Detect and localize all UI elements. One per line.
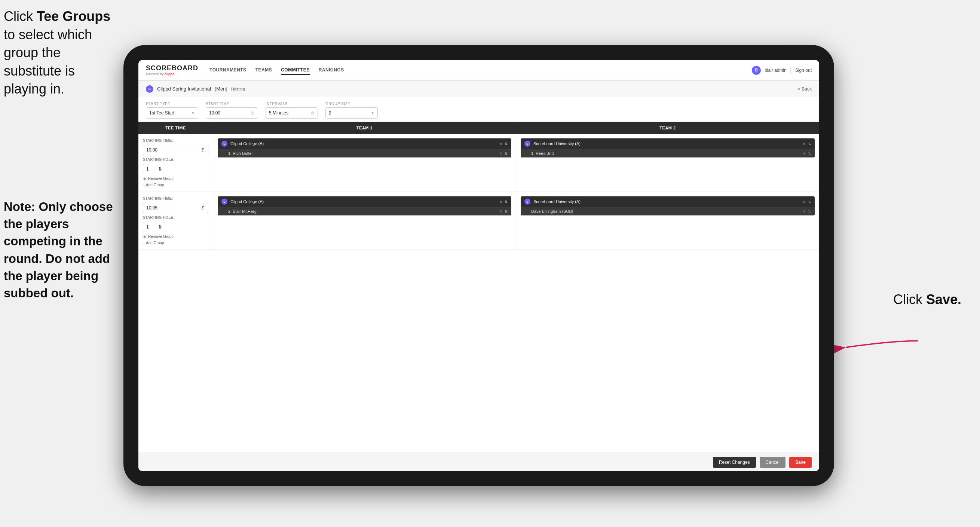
player-name-1-2: 2. Blair McHarg [228, 209, 500, 213]
sign-out-link[interactable]: Sign out [795, 68, 812, 73]
intervals-group: Intervals 5 Minutes ⏱ [266, 102, 318, 119]
stepper-icon-p1[interactable]: ⇅ [504, 151, 508, 156]
player-name-2-1: 1. Rees Britt [531, 151, 803, 156]
start-time-input[interactable]: 10:00 ⏱ [206, 107, 258, 119]
expand-icon-4[interactable]: ⇅ [808, 200, 811, 204]
team1-card-1[interactable]: C Clippd College (A) ✕ ⇅ 1. Rich Butler [218, 139, 511, 158]
tee-time-cell-1: STARTING TIME: 10:00 ⏱ STARTING HOLE: 1 … [138, 134, 213, 191]
instruction-top: Click Tee Groups to select which group t… [4, 8, 120, 99]
team1-actions-1: ✕ ⇅ [500, 142, 508, 146]
starting-hole-input-1[interactable]: 1 ⇅ [143, 164, 165, 174]
team1-cell-1: C Clippd College (A) ✕ ⇅ 1. Rich Butler [213, 134, 516, 191]
player-row-2-2[interactable]: Dave Billingham (SUB) ✕ ⇅ [521, 207, 815, 215]
trash-icon-2: 🗑 [143, 234, 146, 239]
starting-hole-input-2[interactable]: 1 ⇅ [143, 222, 165, 232]
logo-powered: Powered by clippd [146, 72, 198, 76]
close-icon-3[interactable]: ✕ [500, 200, 502, 204]
team1-header-1: C Clippd College (A) ✕ ⇅ [218, 139, 511, 149]
team2-avatar-1: S [524, 141, 530, 146]
starting-time-label-2: STARTING TIME: [143, 196, 208, 201]
player-row-1-1[interactable]: 1. Rich Butler ✕ ⇅ [218, 149, 511, 158]
team1-avatar-1: C [221, 141, 228, 146]
tournament-avatar: B [146, 85, 153, 93]
start-type-input[interactable]: 1st Tee Start ▼ [146, 107, 198, 119]
team1-card-2[interactable]: C Clippd College (A) ✕ ⇅ 2. Blair McHarg [218, 196, 511, 215]
remove-group-button-1[interactable]: 🗑 Remove Group [143, 177, 208, 181]
player-row-2-1[interactable]: 1. Rees Britt ✕ ⇅ [521, 149, 815, 158]
click-save-label: Click Save. [893, 292, 961, 307]
cancel-button[interactable]: Cancel [760, 457, 786, 468]
tee-table: STARTING TIME: 10:00 ⏱ STARTING HOLE: 1 … [138, 134, 819, 452]
close-icon-p4[interactable]: ✕ [803, 209, 806, 213]
instruction-note: Note: Only choose the players competing … [4, 198, 120, 302]
nav-links: TOURNAMENTS TEAMS COMMITTEE RANKINGS [210, 66, 752, 75]
clock-icon: ⏱ [251, 111, 255, 115]
close-icon-p2[interactable]: ✕ [803, 151, 806, 156]
nav-committee[interactable]: COMMITTEE [281, 66, 310, 75]
stepper-icon-p2[interactable]: ⇅ [808, 151, 811, 156]
start-type-group: Start Type 1st Tee Start ▼ [146, 102, 198, 119]
hosting-badge: Hosting [231, 87, 245, 91]
team1-avatar-2: C [221, 199, 228, 205]
nav-rankings[interactable]: RANKINGS [319, 66, 344, 75]
player-actions-2-1: ✕ ⇅ [803, 151, 811, 156]
pipe-divider: | [791, 68, 791, 73]
player-row-1-2[interactable]: 2. Blair McHarg ✕ ⇅ [218, 207, 511, 215]
close-icon-4[interactable]: ✕ [803, 200, 806, 204]
save-button[interactable]: Save [789, 457, 812, 468]
team1-actions-2: ✕ ⇅ [500, 200, 508, 204]
nav-tournaments[interactable]: TOURNAMENTS [210, 66, 247, 75]
team2-header-2: S Scoreboard University (A) ✕ ⇅ [521, 196, 815, 207]
col-tee-time: Tee Time [138, 122, 213, 134]
close-icon-p1[interactable]: ✕ [500, 151, 502, 156]
tablet-frame: SCOREBOARD Powered by clippd TOURNAMENTS… [123, 45, 834, 486]
avatar: B [752, 66, 761, 75]
starting-hole-label-2: STARTING HOLE: [143, 215, 208, 220]
back-button[interactable]: < Back [798, 86, 812, 92]
tee-time-cell-2: STARTING TIME: 10:05 ⏱ STARTING HOLE: 1 … [138, 192, 213, 250]
player-name-2-2: Dave Billingham (SUB) [531, 209, 803, 213]
reset-changes-button[interactable]: Reset Changes [713, 457, 756, 468]
stepper-icon-p4[interactable]: ⇅ [808, 209, 811, 213]
team2-card-2[interactable]: S Scoreboard University (A) ✕ ⇅ Dave Bil… [521, 196, 815, 215]
footer: Reset Changes Cancel Save [138, 452, 819, 471]
logo-area: SCOREBOARD Powered by clippd [146, 64, 198, 76]
stepper-icon-1: ⇅ [158, 166, 162, 172]
expand-icon-2[interactable]: ⇅ [808, 142, 811, 146]
add-group-button-2[interactable]: + Add Group [143, 241, 208, 245]
col-team2: Team 2 [516, 122, 819, 134]
group-size-input[interactable]: 2 ▼ [325, 107, 378, 119]
team2-name-1: Scoreboard University (A) [533, 142, 800, 146]
stepper-icon-p3[interactable]: ⇅ [504, 209, 508, 213]
table-row-2: STARTING TIME: 10:05 ⏱ STARTING HOLE: 1 … [138, 192, 819, 250]
close-icon-1[interactable]: ✕ [500, 142, 502, 146]
expand-icon-1[interactable]: ⇅ [504, 142, 508, 146]
close-icon-p3[interactable]: ✕ [500, 209, 502, 213]
group-size-label: Group Size [325, 102, 378, 106]
player-name-1-1: 1. Rich Butler [228, 151, 500, 156]
team2-cell-2: S Scoreboard University (A) ✕ ⇅ Dave Bil… [516, 192, 819, 250]
player-actions-1-1: ✕ ⇅ [500, 151, 508, 156]
team2-name-2: Scoreboard University (A) [533, 199, 800, 204]
starting-time-input-2[interactable]: 10:05 ⏱ [143, 203, 208, 213]
remove-group-button-2[interactable]: 🗑 Remove Group [143, 234, 208, 239]
starting-time-input-1[interactable]: 10:00 ⏱ [143, 145, 208, 155]
close-icon-2[interactable]: ✕ [803, 142, 806, 146]
player-actions-2-2: ✕ ⇅ [803, 209, 811, 213]
content-area: Start Type 1st Tee Start ▼ Start Time 10… [138, 97, 819, 471]
add-group-button-1[interactable]: + Add Group [143, 183, 208, 187]
tournament-gender: (Men) [215, 86, 228, 92]
intervals-input[interactable]: 5 Minutes ⏱ [266, 107, 318, 119]
chevron-down-icon-2: ▼ [371, 111, 374, 115]
starting-hole-label-1: STARTING HOLE: [143, 158, 208, 162]
nav-teams[interactable]: TEAMS [256, 66, 272, 75]
intervals-label: Intervals [266, 102, 318, 106]
expand-icon-3[interactable]: ⇅ [504, 200, 508, 204]
col-team1: Team 1 [213, 122, 516, 134]
group-size-group: Group Size 2 ▼ [325, 102, 378, 119]
trash-icon-1: 🗑 [143, 177, 146, 181]
settings-bar: Start Type 1st Tee Start ▼ Start Time 10… [138, 97, 819, 122]
team2-card-1[interactable]: S Scoreboard University (A) ✕ ⇅ 1. Rees … [521, 139, 815, 158]
team1-name-2: Clippd College (A) [231, 199, 496, 204]
stepper-icon-2: ⇅ [158, 224, 162, 230]
